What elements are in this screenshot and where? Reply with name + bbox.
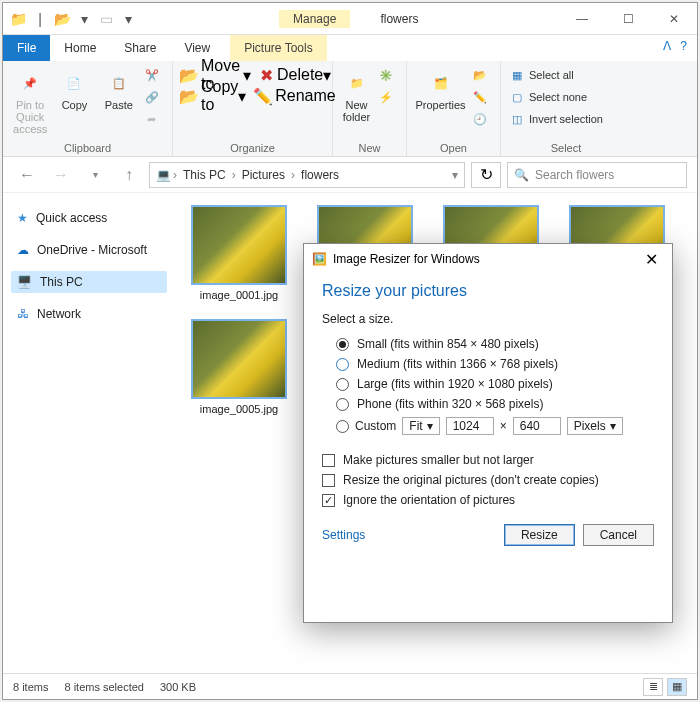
contextual-tab-label: Manage bbox=[279, 10, 350, 28]
nav-network-label: Network bbox=[37, 307, 81, 321]
open-button[interactable]: 📂 bbox=[472, 65, 492, 85]
crumb-flowers[interactable]: flowers bbox=[297, 168, 343, 182]
unit-select[interactable]: Pixels▾ bbox=[567, 417, 623, 435]
checkbox-smaller-only[interactable]: Make pictures smaller but not larger bbox=[322, 450, 654, 470]
refresh-button[interactable]: ↻ bbox=[471, 162, 501, 188]
new-folder-button[interactable]: 📁 New folder bbox=[341, 65, 372, 123]
edit-button[interactable]: ✏️ bbox=[472, 87, 492, 107]
copyto-label: Copy to bbox=[201, 78, 238, 114]
select-all-label: Select all bbox=[529, 69, 574, 81]
breadcrumb[interactable]: 💻 › This PC › Pictures › flowers ▾ bbox=[149, 162, 465, 188]
tab-file[interactable]: File bbox=[3, 35, 50, 61]
select-none-button[interactable]: ▢Select none bbox=[509, 87, 603, 107]
file-item[interactable]: image_0005.jpg bbox=[185, 319, 293, 415]
open-icon: 📂 bbox=[472, 67, 488, 83]
resize-button[interactable]: Resize bbox=[504, 524, 575, 546]
close-button[interactable]: ✕ bbox=[651, 3, 697, 35]
cut-button[interactable]: ✂️ bbox=[144, 65, 164, 85]
back-button[interactable]: ← bbox=[13, 161, 41, 189]
cut-icon: ✂️ bbox=[144, 67, 160, 83]
new-item-button[interactable]: ✳️ bbox=[378, 65, 398, 85]
settings-link[interactable]: Settings bbox=[322, 528, 365, 542]
view-details-button[interactable]: ≣ bbox=[643, 678, 663, 696]
paste-icon: 📋 bbox=[105, 69, 133, 97]
up-button[interactable]: ↑ bbox=[115, 161, 143, 189]
fit-select[interactable]: Fit▾ bbox=[402, 417, 439, 435]
qat-dropdown-icon[interactable]: ▾ bbox=[73, 8, 95, 30]
checkbox-ignore-orientation[interactable]: Ignore the orientation of pictures bbox=[322, 490, 654, 510]
minimize-button[interactable]: — bbox=[559, 3, 605, 35]
checkbox-icon bbox=[322, 494, 335, 507]
cancel-button[interactable]: Cancel bbox=[583, 524, 654, 546]
invert-selection-button[interactable]: ◫Invert selection bbox=[509, 109, 603, 129]
easy-access-button[interactable]: ⚡ bbox=[378, 87, 398, 107]
pin-quick-access-button[interactable]: 📌 Pin to Quick access bbox=[11, 65, 49, 135]
new-extra: ✳️ ⚡ bbox=[378, 65, 398, 107]
copy-button[interactable]: 📄 Copy bbox=[55, 65, 93, 111]
app-folder-icon: 📁 bbox=[7, 8, 29, 30]
titlebar: 📁 | 📂 ▾ ▭ ▾ Manage flowers — ☐ ✕ bbox=[3, 3, 697, 35]
nav-quick-access[interactable]: ★Quick access bbox=[11, 207, 167, 229]
qat-open-icon[interactable]: 📂 bbox=[51, 8, 73, 30]
nav-network[interactable]: 🖧Network bbox=[11, 303, 167, 325]
nav-onedrive[interactable]: ☁OneDrive - Microsoft bbox=[11, 239, 167, 261]
ribbon-group-select: ▦Select all ▢Select none ◫Invert selecti… bbox=[501, 61, 631, 156]
checkbox-icon bbox=[322, 474, 335, 487]
copyto-icon: 📂 bbox=[181, 88, 197, 104]
dialog-close-button[interactable]: ✕ bbox=[639, 250, 664, 269]
copy-path-button[interactable]: 🔗 bbox=[144, 87, 164, 107]
tab-share[interactable]: Share bbox=[110, 35, 170, 61]
select-all-button[interactable]: ▦Select all bbox=[509, 65, 603, 85]
chevron-down-icon: ▾ bbox=[427, 419, 433, 433]
view-thumbnails-button[interactable]: ▦ bbox=[667, 678, 687, 696]
crumb-thispc[interactable]: This PC bbox=[179, 168, 230, 182]
open-extra: 📂 ✏️ 🕘 bbox=[472, 65, 492, 129]
pin-label: Pin to Quick access bbox=[11, 99, 49, 135]
network-icon: 🖧 bbox=[17, 307, 29, 321]
paste-label: Paste bbox=[105, 99, 133, 111]
nav-onedrive-label: OneDrive - Microsoft bbox=[37, 243, 147, 257]
nav-thispc-label: This PC bbox=[40, 275, 83, 289]
paste-shortcut-button[interactable]: ➦ bbox=[144, 109, 164, 129]
ribbon-collapse-icon[interactable]: ᐱ ? bbox=[653, 35, 697, 61]
fit-value: Fit bbox=[409, 419, 422, 433]
properties-button[interactable]: 🗂️ Properties bbox=[415, 65, 466, 111]
checkbox-resize-original[interactable]: Resize the original pictures (don't crea… bbox=[322, 470, 654, 490]
qat-overflow-icon[interactable]: ▾ bbox=[117, 8, 139, 30]
chevron-right-icon[interactable]: › bbox=[230, 168, 238, 182]
search-input[interactable]: 🔍 Search flowers bbox=[507, 162, 687, 188]
crumb-pictures[interactable]: Pictures bbox=[238, 168, 289, 182]
group-title-organize: Organize bbox=[181, 140, 324, 154]
window-title: flowers bbox=[380, 12, 418, 26]
chevron-down-icon: ▾ bbox=[610, 419, 616, 433]
pc-icon: 💻 bbox=[156, 168, 171, 182]
radio-small[interactable]: Small (fits within 854 × 480 pixels) bbox=[322, 334, 654, 354]
dialog-heading: Resize your pictures bbox=[322, 282, 654, 300]
nav-thispc[interactable]: 🖥️This PC bbox=[11, 271, 167, 293]
properties-icon: 🗂️ bbox=[427, 69, 455, 97]
width-input[interactable]: 1024 bbox=[446, 417, 494, 435]
chk-smaller-label: Make pictures smaller but not larger bbox=[343, 453, 534, 467]
chevron-right-icon[interactable]: › bbox=[171, 168, 179, 182]
tab-picture-tools[interactable]: Picture Tools bbox=[230, 35, 326, 61]
height-input[interactable]: 640 bbox=[513, 417, 561, 435]
file-item[interactable]: image_0001.jpg bbox=[185, 205, 293, 301]
radio-custom[interactable]: Custom Fit▾ 1024 × 640 Pixels▾ bbox=[322, 414, 654, 438]
status-selected-count: 8 items selected bbox=[64, 681, 143, 693]
recent-locations-button[interactable]: ▾ bbox=[81, 161, 109, 189]
radio-large[interactable]: Large (fits within 1920 × 1080 pixels) bbox=[322, 374, 654, 394]
copy-to-button[interactable]: 📂Copy to ▾ ✏️Rename bbox=[181, 86, 336, 106]
tab-home[interactable]: Home bbox=[50, 35, 110, 61]
radio-phone-label: Phone (fits within 320 × 568 pixels) bbox=[357, 397, 543, 411]
paste-button[interactable]: 📋 Paste bbox=[100, 65, 138, 111]
edit-icon: ✏️ bbox=[472, 89, 488, 105]
file-name: image_0001.jpg bbox=[200, 289, 278, 301]
history-button[interactable]: 🕘 bbox=[472, 109, 492, 129]
forward-button[interactable]: → bbox=[47, 161, 75, 189]
radio-phone[interactable]: Phone (fits within 320 × 568 pixels) bbox=[322, 394, 654, 414]
star-icon: ★ bbox=[17, 211, 28, 225]
radio-medium[interactable]: Medium (fits within 1366 × 768 pixels) bbox=[322, 354, 654, 374]
maximize-button[interactable]: ☐ bbox=[605, 3, 651, 35]
chevron-right-icon[interactable]: › bbox=[289, 168, 297, 182]
address-dropdown-icon[interactable]: ▾ bbox=[452, 168, 458, 182]
